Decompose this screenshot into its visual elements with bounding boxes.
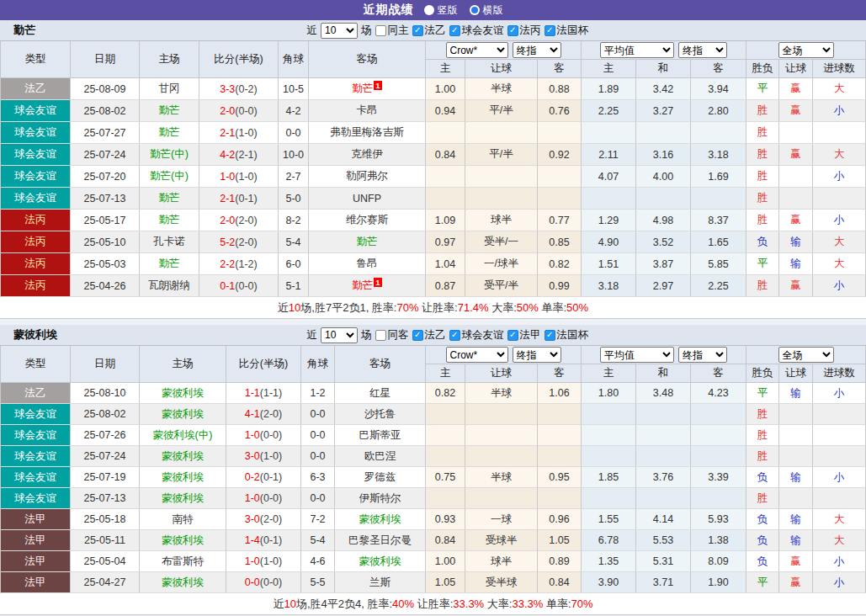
asia-away-odds: 0.77 <box>538 210 582 231</box>
away-team[interactable]: 欧巴涅 <box>335 446 426 467</box>
away-team[interactable]: 勤芒1 <box>309 78 426 100</box>
match-date: 25-07-13 <box>71 488 140 509</box>
match-date: 25-04-27 <box>71 572 140 593</box>
home-team[interactable]: 勤芒 <box>140 188 199 210</box>
same-venue-filter[interactable]: 同客 <box>375 328 409 343</box>
home-team[interactable]: 蒙彼利埃 <box>140 530 226 551</box>
league-filter-4[interactable]: 法国杯 <box>545 24 589 38</box>
league-type-badge: 球会友谊 <box>1 425 71 446</box>
asia-company-select[interactable]: Crow* <box>446 42 508 58</box>
corner-score: 4-6 <box>301 551 335 572</box>
asia-handicap: 半球 <box>465 383 538 404</box>
away-team[interactable]: 兰斯 <box>335 572 426 593</box>
recent-count-select[interactable]: 10 <box>321 23 358 39</box>
home-team[interactable]: 孔卡诺 <box>140 231 199 253</box>
score-cell: 0-0(0-0) <box>226 572 301 593</box>
euro-company-select[interactable]: 平均值 <box>600 347 674 363</box>
full-score: 0-2 <box>245 471 260 483</box>
home-team[interactable]: 甘冈 <box>140 78 199 100</box>
home-team[interactable]: 蒙彼利埃(中) <box>140 425 226 446</box>
away-team[interactable]: 克维伊 <box>309 144 426 166</box>
home-team[interactable]: 勤芒 <box>140 100 199 122</box>
league-filter-3[interactable]: 法甲 <box>507 328 541 343</box>
home-team[interactable]: 蒙彼利埃 <box>140 404 226 425</box>
away-team[interactable]: 巴斯蒂亚 <box>335 425 426 446</box>
result-winloss: 胜 <box>746 100 779 122</box>
dropdown-group-header: Crow*终指 <box>426 41 582 60</box>
away-team[interactable]: 弗勒里梅洛吉斯 <box>309 122 426 144</box>
home-team[interactable]: 蒙彼利埃 <box>140 467 226 488</box>
league-filter-4[interactable]: 法国杯 <box>545 328 589 343</box>
home-team[interactable]: 布雷斯特 <box>140 551 226 572</box>
same-venue-filter[interactable]: 同主 <box>375 24 409 38</box>
away-team[interactable]: 勒阿弗尔 <box>309 166 426 188</box>
league-filter-2[interactable]: 球会友谊 <box>449 328 504 343</box>
away-team[interactable]: UNFP <box>309 188 426 210</box>
asia-company-select[interactable]: Crow* <box>446 347 508 363</box>
result-handicap <box>779 404 813 425</box>
away-team[interactable]: 巴黎圣日尔曼 <box>335 530 426 551</box>
home-team[interactable]: 勤芒 <box>140 253 199 275</box>
away-team[interactable]: 蒙彼利埃 <box>335 551 426 572</box>
asia-handicap: 球半 <box>465 551 538 572</box>
league-filter-3[interactable]: 法丙 <box>507 24 541 38</box>
euro-draw-odds: 3.48 <box>636 383 691 404</box>
asia-away-odds <box>538 404 582 425</box>
corner-score: 0-0 <box>301 446 335 467</box>
away-team[interactable]: 维尔赛斯 <box>309 210 426 231</box>
column-header-label: 主场 <box>159 52 180 66</box>
league-filter-1[interactable]: 法乙 <box>412 328 446 343</box>
away-team[interactable]: 勤芒 <box>309 231 426 253</box>
column-header-label: 胜负 <box>752 61 773 76</box>
layout-radio-horizontal[interactable]: 横版 <box>470 3 503 18</box>
asia-stage-select[interactable]: 终指 <box>513 347 561 363</box>
away-team[interactable]: 勤芒1 <box>309 275 426 297</box>
column-header: 主场 <box>140 346 226 383</box>
home-team[interactable]: 南特 <box>140 509 226 530</box>
result-scope-select[interactable]: 全场 <box>778 42 834 58</box>
column-header-label: 胜负 <box>752 366 773 380</box>
league-filter-2[interactable]: 球会友谊 <box>449 24 504 38</box>
column-header-label: 进球数 <box>823 366 855 380</box>
layout-radio-vertical[interactable]: 竖版 <box>424 3 458 18</box>
recent-count-select[interactable]: 10 <box>321 327 358 343</box>
result-scope-select[interactable]: 全场 <box>778 347 834 363</box>
away-team[interactable]: 沙托鲁 <box>335 404 426 425</box>
away-team[interactable]: 伊斯特尔 <box>335 488 426 509</box>
score-cell: 1-0(1-0) <box>199 166 279 188</box>
away-team[interactable]: 鲁昂 <box>309 253 426 275</box>
home-team[interactable]: 勤芒 <box>140 122 199 144</box>
away-team[interactable]: 罗德兹 <box>335 467 426 488</box>
red-card-badge: 1 <box>374 278 381 288</box>
home-team[interactable]: 蒙彼利埃 <box>140 488 226 509</box>
home-team[interactable]: 蒙彼利埃 <box>140 383 226 404</box>
result-goals: 小 <box>813 100 866 122</box>
asia-home-odds: 1.09 <box>426 210 465 231</box>
away-team[interactable]: 蒙彼利埃 <box>335 509 426 530</box>
euro-stage-select[interactable]: 终指 <box>678 42 727 58</box>
asia-handicap: 平/半 <box>465 100 538 122</box>
checkbox-checked-icon <box>507 25 518 36</box>
full-score: 3-0 <box>245 450 260 462</box>
asia-home-odds <box>426 166 465 188</box>
match-date: 25-05-10 <box>71 231 140 253</box>
home-team[interactable]: 蒙彼利埃 <box>140 572 226 593</box>
euro-stage-select[interactable]: 终指 <box>678 347 727 363</box>
league-filter-label: 球会友谊 <box>462 328 504 343</box>
half-score: (0-0) <box>235 105 257 117</box>
euro-home-odds: 2.11 <box>582 144 636 166</box>
asia-stage-select[interactable]: 终指 <box>513 42 561 58</box>
home-team[interactable]: 勤芒(中) <box>140 144 199 166</box>
euro-company-select[interactable]: 平均值 <box>600 42 674 58</box>
match-date: 25-07-24 <box>71 446 140 467</box>
home-team[interactable]: 瓦朗谢纳 <box>140 275 199 297</box>
home-team[interactable]: 勤芒(中) <box>140 166 199 188</box>
league-filter-label: 法丙 <box>520 24 541 38</box>
away-team[interactable]: 卡昂 <box>309 100 426 122</box>
league-filter-1[interactable]: 法乙 <box>412 24 446 38</box>
home-team[interactable]: 勤芒 <box>140 210 199 231</box>
summary-text: 大率: <box>489 300 517 316</box>
asia-away-odds: 0.95 <box>538 467 582 488</box>
away-team[interactable]: 红星 <box>335 383 426 404</box>
home-team[interactable]: 蒙彼利埃 <box>140 446 226 467</box>
